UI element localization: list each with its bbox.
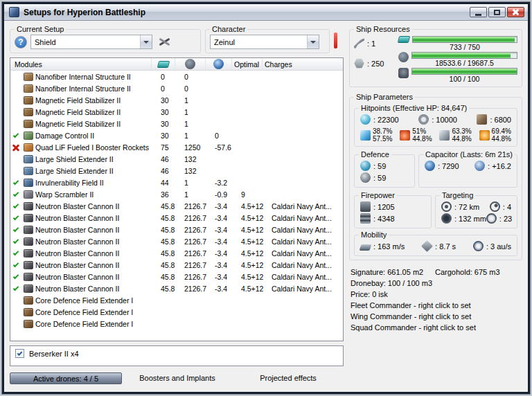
module-row[interactable]: Neutron Blaster Cannon II 45.8 2126.7 -3…: [10, 282, 343, 294]
module-name: Warp Scrambler II: [35, 190, 159, 199]
module-icon: [24, 143, 33, 152]
module-row[interactable]: Warp Scrambler II 36 1 -0.9 9: [10, 188, 343, 200]
capacitor-recharge-value: : +16.2: [488, 162, 511, 170]
shield-resist-value: 38.7%: [373, 127, 392, 135]
module-row[interactable]: Neutron Blaster Cannon II 45.8 2126.7 -3…: [10, 235, 343, 247]
module-row[interactable]: Neutron Blaster Cannon II 45.8 2126.7 -3…: [10, 212, 343, 224]
minimize-button[interactable]: [470, 7, 487, 17]
status-ok-icon: [13, 237, 19, 243]
tab-projected-effects[interactable]: Projected effects: [233, 372, 344, 384]
max-targets-icon: [490, 201, 500, 212]
module-name: Neutron Blaster Cannon II: [35, 237, 159, 246]
module-row[interactable]: Damage Control II 30 1 0: [10, 129, 343, 141]
column-header-cpu[interactable]: [152, 58, 175, 70]
module-icon: [24, 155, 33, 163]
module-row[interactable]: Core Defence Field Extender I: [10, 294, 343, 306]
status-ok-icon: [13, 214, 19, 219]
titlebar[interactable]: Setups for Hyperion Battleship: [4, 4, 528, 21]
module-row[interactable]: Neutron Blaster Cannon II 45.8 2126.7 -3…: [10, 259, 343, 271]
column-header-optimal[interactable]: Optimal: [232, 58, 263, 70]
module-name: Core Defence Field Extender I: [35, 320, 159, 328]
module-optimal-value: 9: [239, 190, 269, 199]
chevron-down-icon[interactable]: [307, 35, 319, 48]
max-velocity-value: : 163 m/s: [373, 242, 405, 251]
module-capacitor-value: -3.4: [213, 214, 239, 222]
defence-label: Defence: [359, 150, 391, 159]
chevron-down-icon[interactable]: [140, 35, 152, 48]
sensor-strength-icon: [486, 213, 497, 224]
column-header-charges[interactable]: Charges: [263, 58, 343, 70]
module-row[interactable]: Core Defence Field Extender I: [10, 306, 343, 318]
resource-bar-value: 100 / 100: [411, 75, 517, 83]
module-icon: [24, 73, 33, 81]
tab-boosters-and-implants[interactable]: Boosters and Implants: [122, 372, 233, 384]
status-ok-icon: [13, 261, 19, 267]
shield-resist-value: 69.4%: [492, 127, 511, 135]
column-header-capacitor[interactable]: [206, 58, 232, 70]
column-header-powergrid[interactable]: [175, 58, 206, 70]
module-row[interactable]: Magnetic Field Stabilizer II 30 1: [10, 118, 343, 129]
module-capacitor-value: -3.4: [213, 273, 239, 281]
close-button[interactable]: [507, 7, 524, 17]
resist-cell: 51% 44.8%: [400, 127, 432, 143]
status-ok-icon: [13, 273, 19, 278]
module-name: Neutron Blaster Cannon II: [35, 261, 159, 269]
window-title: Setups for Hyperion Battleship: [24, 8, 470, 17]
module-status-icon: [10, 241, 21, 242]
kinetic-resist-icon: [439, 130, 450, 141]
module-row[interactable]: Neutron Blaster Cannon II 45.8 2126.7 -3…: [10, 271, 343, 282]
module-capacitor-value: 0: [213, 132, 239, 140]
fleet-commander-text[interactable]: Fleet Commander - right click to set: [351, 300, 522, 311]
module-powergrid-value: 1: [182, 120, 213, 128]
status-ok-icon: [13, 179, 19, 184]
column-header-modules[interactable]: Modules: [10, 58, 152, 70]
module-row[interactable]: Nanofiber Internal Structure II 0 0: [10, 71, 343, 82]
capacitor-amount: : 7290: [425, 161, 459, 171]
info-lines: Signature: 661.05 m2Cargohold: 675 m3 Dr…: [349, 267, 522, 333]
module-row[interactable]: Magnetic Field Stabilizer II 30 1: [10, 94, 343, 106]
module-charge-name: Caldari Navy Ant...: [269, 226, 343, 234]
drone-list-item[interactable]: Berserker II x4: [15, 349, 338, 358]
shield-hp-value: : 22300: [373, 116, 399, 124]
module-row[interactable]: Neutron Blaster Cannon II 45.8 2126.7 -3…: [10, 247, 343, 259]
module-name: Magnetic Field Stabilizer II: [35, 96, 159, 105]
resist-cell: 63.3% 44.8%: [439, 127, 471, 143]
character-combo[interactable]: Zeinul: [210, 35, 319, 49]
wing-commander-text[interactable]: Wing Commander - right click to set: [351, 311, 522, 322]
module-capacitor-value: -3.4: [213, 237, 239, 246]
em-resist-icon: [360, 130, 371, 141]
module-row[interactable]: Magnetic Field Stabilizer II 30 1: [10, 106, 343, 118]
drone-checkbox[interactable]: [15, 349, 24, 358]
armor-repair-value: : 59: [373, 174, 386, 182]
tab-active-drones[interactable]: Active drones: 4 / 5: [10, 372, 122, 384]
module-row[interactable]: Neutron Blaster Cannon II 45.8 2126.7 -3…: [10, 224, 343, 235]
powergrid-icon: [398, 52, 409, 62]
tools-button[interactable]: [156, 35, 174, 49]
module-row[interactable]: Core Defence Field Extender I: [10, 318, 343, 330]
armor-repair-icon: [360, 172, 371, 183]
module-capacitor-value: -3.4: [213, 226, 239, 234]
squad-commander-text[interactable]: Squad Commander - right click to set: [351, 322, 522, 333]
maximize-button[interactable]: [488, 7, 506, 17]
module-cpu-value: 30: [159, 96, 182, 105]
setup-combo[interactable]: Shield: [30, 35, 152, 49]
module-row[interactable]: Large Shield Extender II 46 132: [10, 153, 343, 165]
hitpoints-label: Hitpoints (Effective HP: 84,647): [359, 104, 469, 112]
module-powergrid-value: 2126.7: [182, 214, 213, 222]
module-row[interactable]: Neutron Blaster Cannon II 45.8 2126.7 -3…: [10, 200, 343, 212]
sensor-strength-value: : 23: [499, 215, 512, 223]
resource-bar-fill: [412, 69, 517, 74]
maximize-icon: [494, 10, 500, 15]
sensor-strength: : 23: [486, 213, 512, 224]
thermal-resist-icon: [400, 130, 410, 141]
module-name: Large Shield Extender II: [35, 155, 159, 163]
module-row[interactable]: Large Shield Extender II 46 132: [10, 165, 343, 177]
warp-speed: : 3 au/s: [473, 241, 511, 251]
module-row[interactable]: Invulnerability Field II 44 1 -3.2: [10, 177, 343, 188]
module-row[interactable]: Nanofiber Internal Structure II 0 0: [10, 82, 343, 94]
module-status-icon: [10, 229, 21, 231]
help-button[interactable]: ?: [15, 36, 27, 48]
module-row[interactable]: Quad LiF Fueled I Booster Rockets 75 125…: [10, 141, 343, 153]
capacitor-amount-value: : 7290: [438, 162, 459, 170]
module-cpu-value: 0: [159, 73, 182, 81]
